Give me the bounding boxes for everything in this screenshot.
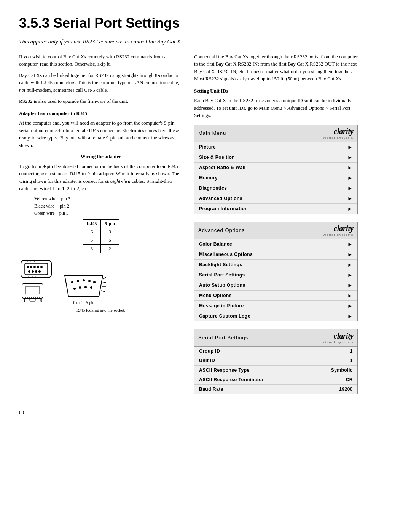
connector-images: 5 4 3 2 1 8 7 6 1 8	[19, 259, 183, 305]
rj45-cable-diagram: 1 8	[19, 282, 53, 305]
wire-green: Green wire pin 5	[27, 211, 183, 216]
svg-point-41	[93, 281, 96, 283]
page-title: 3.5.3 Serial Port Settings	[19, 15, 392, 31]
female-9pin-label: female 9-pin	[73, 300, 94, 305]
svg-point-40	[88, 280, 91, 282]
svg-text:7: 7	[32, 275, 33, 278]
serial-item-ascii-term: ASCII Response TerminatorCR	[194, 375, 357, 385]
advanced-menu-items: Color Balance► Miscellaneous Options► Ba…	[194, 239, 357, 321]
svg-line-34	[102, 282, 106, 283]
serial-menu-logo: clarity visual systems	[323, 332, 354, 344]
svg-line-33	[103, 277, 106, 279]
svg-text:1: 1	[40, 260, 42, 263]
svg-text:1: 1	[24, 298, 26, 302]
female-9pin-diagram	[61, 272, 107, 300]
main-menu-item-picture: Picture►	[194, 142, 357, 152]
main-menu-panel: Main Menu clarity visual systems Picture…	[194, 125, 358, 214]
wiring-col-9pin: 9-pin	[101, 219, 119, 228]
main-menu-item-memory: Memory►	[194, 173, 357, 183]
wire-yellow: Yellow wire pin 3	[27, 196, 183, 202]
intro-p1: If you wish to control Bay Cat Xs remote…	[19, 53, 183, 68]
serial-menu-items: Group ID1 Unit ID1 ASCII Response TypeSy…	[194, 347, 357, 394]
svg-text:5: 5	[27, 260, 28, 263]
main-menu-logo: clarity visual systems	[323, 127, 354, 139]
svg-point-39	[83, 279, 85, 281]
svg-point-45	[90, 286, 92, 289]
serial-item-group-id: Group ID1	[194, 347, 357, 356]
wiring-heading: Wiring the adapter	[19, 153, 183, 160]
svg-point-8	[32, 270, 34, 273]
adapter-heading: Adapter from computer to RJ45	[19, 110, 183, 117]
svg-point-37	[71, 281, 73, 283]
main-menu-item-advanced: Advanced Options►	[194, 193, 357, 204]
svg-text:4: 4	[30, 260, 32, 263]
svg-rect-1	[25, 263, 48, 275]
rj45-top-diagram: 5 4 3 2 1 8 7 6	[19, 259, 53, 280]
svg-point-42	[73, 288, 76, 290]
page-number: 60	[19, 409, 24, 415]
setting-p1: Each Bay Cat X in the RS232 series needs…	[194, 97, 358, 119]
wiring-p1: To go from 9-pin D-sub serial connector …	[19, 163, 183, 192]
rj45-label: RJ45 looking into the socket.	[19, 307, 183, 313]
left-column: If you wish to control Bay Cat Xs remote…	[19, 53, 183, 402]
intro-p2: Bay Cat Xs can be linked together for RS…	[19, 72, 183, 94]
svg-point-44	[84, 286, 87, 288]
wiring-row-3-9pin: 2	[101, 244, 119, 253]
svg-point-4	[33, 266, 36, 268]
adv-item-misc: Miscellaneous Options►	[194, 249, 357, 260]
main-menu-item-program: Program Information►	[194, 204, 357, 214]
wiring-col-rj45: RJ45	[83, 219, 101, 228]
wiring-row-2-9pin: 5	[101, 236, 119, 244]
wiring-row-2-rj45: 5	[83, 236, 101, 244]
main-menu-item-size: Size & Position►	[194, 152, 357, 163]
adv-item-mip: Message in Picture►	[194, 301, 357, 311]
advanced-menu-header: Advanced Options clarity visual systems	[194, 222, 357, 239]
svg-text:2: 2	[37, 260, 38, 263]
svg-point-6	[40, 266, 43, 268]
intro-p3: RS232 is also used to upgrade the firmwa…	[19, 97, 183, 105]
adv-item-logo: Capture Custom Logo►	[194, 311, 357, 321]
svg-text:3: 3	[33, 260, 35, 263]
svg-rect-19	[22, 284, 43, 298]
svg-rect-20	[26, 286, 39, 294]
svg-point-10	[38, 270, 41, 273]
main-menu-item-diagnostics: Diagnostics►	[194, 183, 357, 193]
svg-point-9	[35, 270, 37, 273]
svg-point-3	[30, 266, 32, 268]
adv-item-color: Color Balance►	[194, 239, 357, 249]
wiring-row-1-9pin: 3	[101, 228, 119, 236]
svg-point-2	[27, 266, 29, 268]
svg-marker-32	[65, 275, 103, 296]
advanced-options-panel: Advanced Options clarity visual systems …	[194, 222, 358, 321]
adapter-p1: At the computer end, you will need an ad…	[19, 119, 183, 149]
serial-menu-title: Serial Port Settings	[198, 335, 248, 340]
svg-text:8: 8	[40, 298, 43, 302]
adv-item-backlight: Backlight Settings►	[194, 260, 357, 270]
serial-port-panel: Serial Port Settings clarity visual syst…	[194, 329, 358, 394]
svg-point-38	[77, 280, 79, 282]
right-column: Connect all the Bay Cat Xs together thro…	[194, 53, 358, 402]
adv-item-serial: Serial Port Settings►	[194, 270, 357, 280]
adv-item-menu: Menu Options►	[194, 291, 357, 301]
setting-unit-ids-heading: Setting Unit IDs	[194, 87, 358, 95]
serial-item-baud: Baud Rate19200	[194, 385, 357, 394]
serial-item-unit-id: Unit ID1	[194, 356, 357, 366]
serial-menu-header: Serial Port Settings clarity visual syst…	[194, 329, 357, 347]
wiring-row-1-rj45: 6	[83, 228, 101, 236]
wiring-table: RJ45 9-pin 6 3 5 5 3 2	[83, 219, 119, 253]
connect-p1: Connect all the Bay Cat Xs together thro…	[194, 53, 358, 83]
wire-black: Black wire pin 2	[27, 203, 183, 209]
svg-point-5	[37, 266, 39, 268]
main-menu-header: Main Menu clarity visual systems	[194, 125, 357, 142]
svg-text:6: 6	[35, 275, 37, 278]
svg-line-36	[101, 291, 105, 292]
svg-point-7	[28, 270, 30, 273]
wiring-row-3-rj45: 3	[83, 244, 101, 253]
svg-point-43	[79, 286, 81, 289]
main-menu-title: Main Menu	[198, 130, 226, 136]
advanced-menu-logo: clarity visual systems	[323, 224, 354, 236]
adv-item-auto: Auto Setup Options►	[194, 280, 357, 291]
svg-text:8: 8	[28, 275, 30, 278]
subtitle: This applies only if you use RS232 comma…	[19, 37, 392, 46]
main-menu-items: Picture► Size & Position► Aspect Ratio &…	[194, 142, 357, 214]
